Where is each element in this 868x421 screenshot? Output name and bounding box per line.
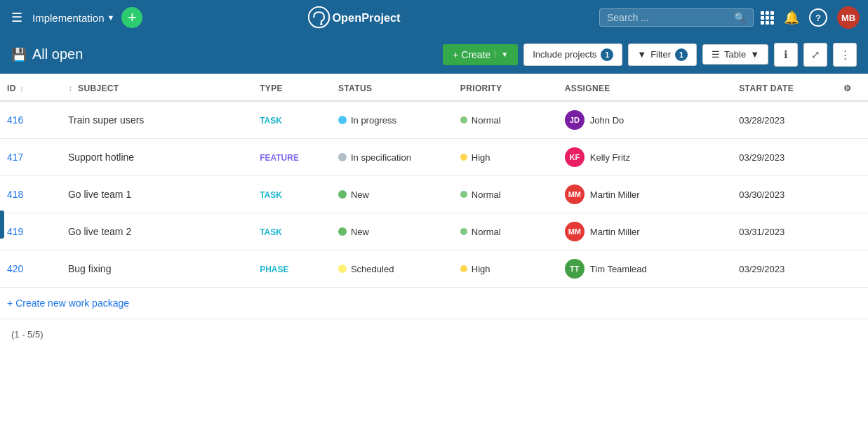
cell-status: New (331, 213, 453, 250)
table-header: ID ↕ ↕ Subject Type Status Priority Assi (0, 74, 868, 101)
table-row: 418 Go live team 1 TASK New Normal MM Ma… (0, 176, 868, 213)
assignee-name: Tim Teamlead (590, 264, 647, 274)
work-package-link[interactable]: 419 (7, 226, 23, 237)
column-header-id[interactable]: ID ↕ (0, 74, 61, 101)
filter-label: Filter (650, 49, 671, 60)
priority-label: High (472, 264, 490, 274)
cell-start-date: 03/28/2023 (732, 101, 836, 139)
column-header-priority[interactable]: Priority (453, 74, 558, 101)
cell-actions (836, 213, 868, 250)
cell-start-date: 03/29/2023 (732, 139, 836, 176)
type-badge: TASK (260, 227, 282, 237)
filter-badge: 1 (675, 48, 688, 61)
create-button-label: + Create (453, 49, 490, 60)
create-dropdown-arrow-icon[interactable]: ▼ (495, 51, 508, 58)
work-package-link[interactable]: 417 (7, 152, 23, 163)
filter-button[interactable]: ▼ Filter 1 (628, 44, 697, 66)
table-view-button[interactable]: ☰ Table ▼ (702, 44, 768, 65)
priority-label: High (472, 152, 490, 163)
left-panel-indicator[interactable] (0, 210, 4, 239)
include-projects-badge: 1 (601, 48, 613, 61)
add-project-button[interactable]: + (121, 7, 142, 28)
cell-start-date: 03/30/2023 (732, 176, 836, 213)
page-title: All open (32, 46, 83, 62)
status-dot-icon (338, 116, 347, 124)
cell-type: TASK (253, 101, 331, 139)
top-navigation: ☰ Implementation ▼ + OpenProject 🔍 🔔 ? (0, 0, 868, 35)
cell-id: 418 (0, 176, 61, 213)
create-link-label: Create new work package (15, 298, 129, 309)
avatar: JD (565, 110, 585, 130)
apps-grid-icon[interactable] (761, 11, 774, 25)
plus-icon: + (7, 298, 13, 309)
status-dot-icon (338, 227, 347, 236)
type-badge: TASK (260, 190, 282, 200)
priority-dot-icon (460, 116, 467, 123)
save-view-icon[interactable]: 💾 (11, 47, 27, 62)
table-row: 420 Bug fixing PHASE Scheduled High TT T… (0, 250, 868, 288)
cell-start-date: 03/31/2023 (732, 213, 836, 250)
assignee-name: John Do (590, 115, 624, 126)
avatar: TT (565, 259, 585, 279)
priority-dot-icon (460, 191, 467, 198)
work-package-link[interactable]: 420 (7, 263, 23, 274)
project-selector[interactable]: Implementation ▼ (32, 12, 114, 24)
info-button[interactable]: ℹ (774, 43, 798, 67)
include-projects-button[interactable]: Include projects 1 (523, 44, 622, 66)
search-bar[interactable]: 🔍 (599, 8, 754, 27)
help-button[interactable]: ? (809, 8, 827, 27)
hamburger-menu-icon[interactable]: ☰ (8, 7, 25, 28)
cell-status: In progress (331, 101, 453, 139)
cell-assignee: MM Martin Miller (558, 176, 732, 213)
project-name: Implementation (32, 12, 105, 24)
work-package-link[interactable]: 416 (7, 114, 23, 126)
table-view-icon: ☰ (712, 49, 720, 60)
priority-label: Normal (472, 189, 501, 200)
priority-label: Normal (472, 227, 501, 237)
cell-assignee: KF Kelly Fritz (558, 139, 732, 176)
column-header-assignee[interactable]: Assignee (558, 74, 732, 101)
create-new-work-package-link[interactable]: + Create new work package (7, 298, 861, 309)
table-dropdown-arrow-icon: ▼ (750, 49, 759, 60)
cell-status: Scheduled (331, 250, 453, 288)
column-header-start-date[interactable]: Start Date (732, 74, 836, 101)
create-button[interactable]: + Create ▼ (443, 44, 518, 65)
include-projects-label: Include projects (533, 49, 596, 60)
cell-subject: Support hotline (61, 139, 253, 176)
status-dot-icon (338, 190, 347, 199)
user-avatar[interactable]: MB (837, 6, 860, 29)
sort-id-icon[interactable]: ↕ (20, 85, 23, 93)
cell-start-date: 03/29/2023 (732, 250, 836, 288)
cell-subject: Go live team 1 (61, 176, 253, 213)
column-header-status[interactable]: Status (331, 74, 453, 101)
cell-priority: High (453, 139, 558, 176)
status-label: In specification (351, 152, 411, 163)
status-dot-icon (338, 153, 347, 161)
cell-id: 419 (0, 213, 61, 250)
type-badge: PHASE (260, 265, 288, 274)
table-row: 417 Support hotline FEATURE In specifica… (0, 139, 868, 176)
avatar: MM (565, 185, 585, 204)
fullscreen-button[interactable]: ⤢ (803, 43, 827, 67)
column-header-type[interactable]: Type (253, 74, 331, 101)
column-settings-icon[interactable]: ⚙ (836, 74, 868, 101)
assignee-name: Martin Miller (590, 189, 640, 200)
cell-assignee: JD John Do (558, 101, 732, 139)
svg-text:OpenProject: OpenProject (332, 12, 401, 25)
notifications-bell-icon[interactable]: 🔔 (784, 10, 799, 25)
search-input[interactable] (607, 12, 731, 23)
toolbar-actions: + Create ▼ Include projects 1 ▼ Filter 1… (443, 43, 857, 67)
table-row: 419 Go live team 2 TASK New Normal MM Ma… (0, 213, 868, 250)
work-package-link[interactable]: 418 (7, 189, 23, 200)
more-options-button[interactable]: ⋮ (833, 43, 857, 67)
project-dropdown-arrow-icon: ▼ (107, 13, 115, 22)
column-header-subject[interactable]: ↕ Subject (61, 74, 253, 101)
main-content: ID ↕ ↕ Subject Type Status Priority Assi (0, 74, 868, 349)
status-label: Scheduled (351, 264, 394, 274)
app-logo: OpenProject (149, 6, 592, 28)
priority-dot-icon (460, 228, 467, 235)
work-packages-table: ID ↕ ↕ Subject Type Status Priority Assi (0, 74, 868, 319)
cell-subject: Bug fixing (61, 250, 253, 288)
cell-id: 416 (0, 101, 61, 139)
cell-status: New (331, 176, 453, 213)
